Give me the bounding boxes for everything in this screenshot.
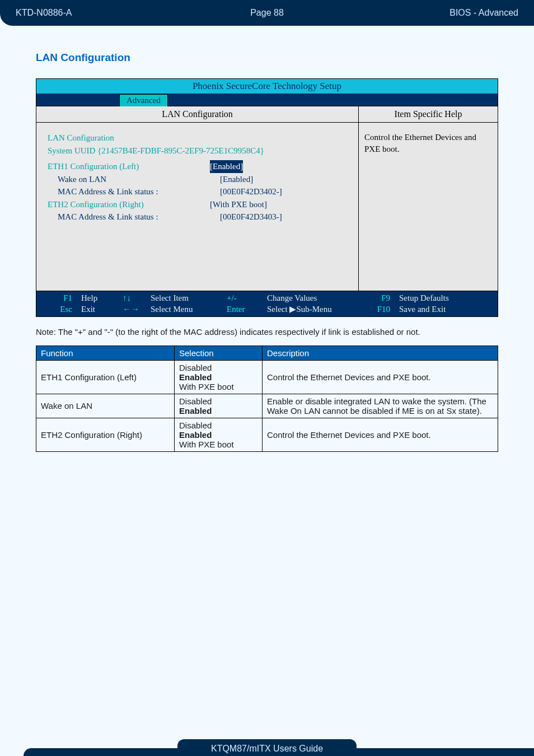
bios-key-plusminus-label: Change Values (267, 292, 357, 304)
bios-key-leftright: ←→ (123, 304, 142, 315)
bios-value-mac1: [00E0F42D3402-] (220, 185, 282, 198)
bios-help-text: Control the Ethernet Devices and PXE boo… (359, 123, 498, 291)
bios-key-f10-label: Save and Exit (399, 304, 449, 315)
bios-window-title: Phoenix SecureCore Technology Setup (36, 79, 498, 94)
bios-main-panel: LAN Configuration LAN Configuration Syst… (36, 106, 359, 291)
bios-window: Phoenix SecureCore Technology Setup Adva… (36, 78, 498, 317)
bios-main-header: LAN Configuration (36, 106, 358, 123)
functions-table: Function Selection Description ETH1 Conf… (36, 346, 498, 452)
functions-th-description: Description (263, 346, 498, 360)
bios-key-esc-label: Exit (81, 304, 114, 315)
table-row: ETH1 Configuration (Left)DisabledEnabled… (36, 360, 498, 394)
top-banner: KTD-N0886-A Page 88 BIOS - Advanced (0, 0, 534, 26)
table-cell-description: Control the Ethernet Devices and PXE boo… (263, 418, 498, 451)
bios-value-mac2: [00E0F42D3403-] (220, 211, 282, 223)
bios-help-panel: Item Specific Help Control the Ethernet … (359, 106, 498, 291)
bios-key-f9: F9 (366, 292, 390, 304)
bios-key-enter: Enter (227, 304, 258, 315)
bios-key-f1-label: Help (81, 292, 114, 304)
functions-th-function: Function (36, 346, 175, 360)
table-cell-description: Enable or disable integrated LAN to wake… (263, 394, 498, 418)
header-center: Page 88 (183, 8, 350, 18)
table-cell-selection: DisabledEnabledWith PXE boot (175, 360, 263, 394)
table-cell-function: ETH2 Configuration (Right) (36, 418, 175, 451)
bios-item-lan-config[interactable]: LAN Configuration (48, 132, 210, 144)
bios-tab-row: Advanced (36, 94, 498, 106)
bios-item-eth1[interactable]: ETH1 Configuration (Left) (48, 160, 210, 173)
table-cell-selection: DisabledEnabledWith PXE boot (175, 418, 263, 451)
section-title: LAN Configuration (36, 52, 498, 64)
bios-item-mac1: MAC Address & Link status : (48, 185, 220, 198)
footer-guide-title: KTQM87/mITX Users Guide (177, 739, 357, 756)
header-left: KTD-N0886-A (16, 8, 183, 18)
table-row: Wake on LANDisabledEnabledEnable or disa… (36, 394, 498, 418)
bios-item-uuid: System UUID {21457B4E-FDBF-895C-2EF9-725… (48, 144, 264, 157)
bios-value-wake-on-lan[interactable]: [Enabled] (220, 173, 253, 186)
bios-footer: F1 Esc Help Exit ↑↓ ←→ Select Item Selec… (36, 291, 498, 316)
bios-key-esc: Esc (41, 304, 72, 315)
bios-key-enter-label: Select ▶Sub-Menu (267, 304, 357, 315)
note-text: Note: The "+" and "-" (to the right of t… (36, 327, 498, 337)
bios-key-f9-label: Setup Defaults (399, 292, 449, 304)
table-cell-function: ETH1 Configuration (Left) (36, 360, 175, 394)
bios-item-mac2: MAC Address & Link status : (48, 211, 220, 223)
bios-value-eth1[interactable]: [Enabled] (210, 160, 243, 173)
bios-item-wake-on-lan[interactable]: Wake on LAN (48, 173, 220, 186)
bios-key-leftright-label: Select Menu (151, 304, 218, 315)
table-cell-selection: DisabledEnabled (175, 394, 263, 418)
bios-value-eth2[interactable]: [With PXE boot] (210, 198, 267, 211)
functions-th-selection: Selection (175, 346, 263, 360)
bios-key-f1: F1 (41, 292, 72, 304)
bios-key-f10: F10 (366, 304, 390, 315)
header-right: BIOS - Advanced (351, 8, 518, 18)
table-cell-function: Wake on LAN (36, 394, 175, 418)
bios-help-header: Item Specific Help (359, 106, 498, 123)
bios-key-updown: ↑↓ (123, 292, 142, 304)
bios-key-updown-label: Select Item (151, 292, 218, 304)
bios-item-eth2[interactable]: ETH2 Configuration (Right) (48, 198, 210, 211)
bottom-banner: KTQM87/mITX Users Guide (0, 748, 534, 756)
bios-tab-advanced[interactable]: Advanced (119, 94, 168, 106)
bios-key-plusminus: +/- (227, 292, 258, 304)
table-cell-description: Control the Ethernet Devices and PXE boo… (263, 360, 498, 394)
table-row: ETH2 Configuration (Right)DisabledEnable… (36, 418, 498, 451)
